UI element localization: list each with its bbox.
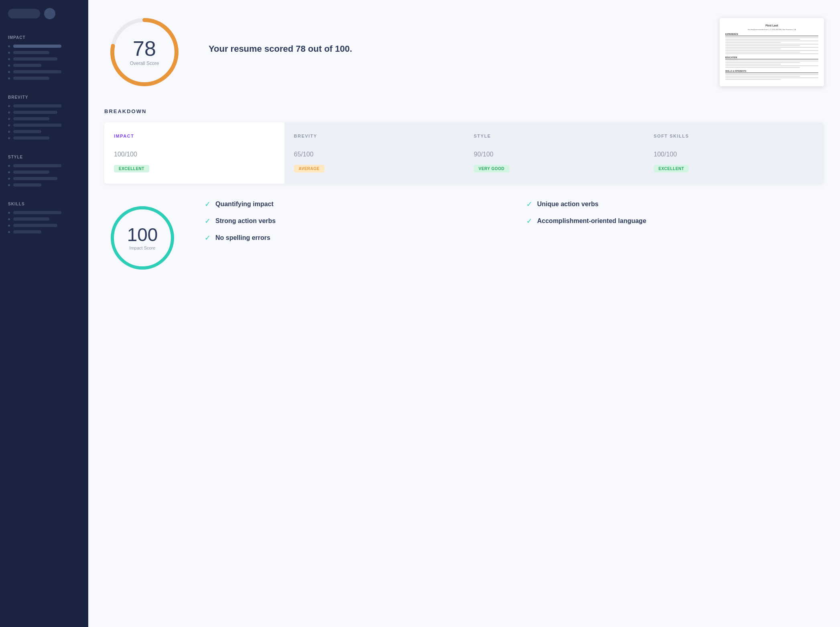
sidebar-item[interactable] [8, 224, 80, 227]
sidebar-dot [8, 52, 10, 54]
sidebar-avatar[interactable] [44, 8, 55, 19]
resume-line [725, 77, 818, 78]
check-item-unique-verbs: ✓ Unique action verbs [526, 200, 824, 209]
sidebar-dot [8, 124, 10, 126]
sidebar-item[interactable] [8, 77, 80, 80]
sidebar-dot [8, 58, 10, 60]
overall-score-label: Overall Score [130, 61, 159, 66]
score-info: Your resume scored 78 out of 100. [209, 44, 696, 61]
resume-line [725, 37, 818, 38]
sidebar-dot [8, 105, 10, 107]
impact-score-label: Impact Score [127, 246, 158, 250]
sidebar-dot [8, 45, 10, 47]
sidebar-item[interactable] [8, 64, 80, 67]
check-icon-spelling: ✓ [205, 233, 211, 242]
sidebar-dot [8, 77, 10, 79]
breakdown-col-title-soft-skills: SOFT SKILLS [654, 134, 815, 138]
sidebar-bar [13, 64, 41, 67]
check-text-unique-verbs: Unique action verbs [537, 201, 599, 208]
sidebar-bar [13, 224, 57, 227]
breakdown-col-style[interactable]: STYLE 90/100 VERY GOOD [464, 122, 644, 184]
breakdown-badge-style: VERY GOOD [474, 165, 509, 172]
check-item-quantifying: ✓ Quantifying impact [205, 200, 502, 209]
sidebar-item[interactable] [8, 130, 80, 133]
breakdown-badge-brevity: AVERAGE [294, 165, 325, 172]
impact-detail-section: 100 Impact Score ✓ Quantifying impact ✓ … [104, 200, 824, 276]
overall-score-circle: 78 Overall Score [104, 12, 185, 92]
breakdown-col-title-style: STYLE [474, 134, 635, 138]
sidebar-item[interactable] [8, 111, 80, 114]
sidebar-section-title-impact: IMPACT [8, 35, 80, 40]
breakdown-col-soft-skills[interactable]: SOFT SKILLS 100/100 EXCELLENT [644, 122, 824, 184]
resume-line [725, 62, 800, 63]
breakdown-col-title-impact: IMPACT [114, 134, 275, 138]
breakdown-score-brevity: 65/100 [294, 145, 455, 160]
sidebar-item[interactable] [8, 211, 80, 214]
breakdown-col-title-brevity: BREVITY [294, 134, 455, 138]
resume-line [725, 44, 818, 45]
sidebar-item[interactable] [8, 136, 80, 140]
impact-checks-grid: ✓ Quantifying impact ✓ Unique action ver… [205, 200, 824, 242]
sidebar-bar [13, 57, 57, 61]
resume-contact: first.last@someemailed.com | +1 (123) 45… [725, 28, 818, 31]
breakdown-score-style: 90/100 [474, 145, 635, 160]
resume-line [725, 52, 800, 53]
sidebar-section-title-style: STYLE [8, 155, 80, 159]
resume-section-education: EDUCATION [725, 56, 818, 59]
resume-preview[interactable]: First Last first.last@someemailed.com | … [720, 18, 824, 86]
sidebar-bar [13, 104, 61, 108]
sidebar-section-title-brevity: BREVITY [8, 95, 80, 99]
resume-line [725, 45, 800, 46]
sidebar-item[interactable] [8, 104, 80, 108]
sidebar-dot [8, 112, 10, 114]
resume-line [725, 41, 818, 41]
breakdown-section: BREAKDOWN IMPACT 100/100 EXCELLENT BREVI… [104, 108, 824, 184]
check-icon-strong-verbs: ✓ [205, 217, 211, 225]
sidebar-bar [13, 77, 49, 80]
sidebar-dot [8, 71, 10, 73]
sidebar-bar [13, 230, 41, 233]
sidebar-item[interactable] [8, 164, 80, 167]
check-icon-accomplishment: ✓ [526, 217, 532, 225]
sidebar-bar [13, 51, 49, 54]
breakdown-score-soft-skills: 100/100 [654, 145, 815, 160]
resume-line [725, 74, 818, 75]
sidebar-item[interactable] [8, 45, 80, 48]
sidebar-item[interactable] [8, 217, 80, 221]
resume-line [725, 65, 818, 66]
resume-line [725, 42, 781, 43]
sidebar-dot [8, 118, 10, 120]
sidebar-dot [8, 178, 10, 180]
resume-line [725, 50, 818, 51]
sidebar-item[interactable] [8, 183, 80, 187]
breakdown-badge-soft-skills: EXCELLENT [654, 165, 689, 172]
sidebar-item[interactable] [8, 230, 80, 233]
sidebar-dot [8, 212, 10, 214]
sidebar-item[interactable] [8, 51, 80, 54]
main-content: 78 Overall Score Your resume scored 78 o… [88, 0, 840, 627]
check-item-accomplishment: ✓ Accomplishment-oriented language [526, 217, 824, 225]
resume-line [725, 49, 781, 49]
score-section: 78 Overall Score Your resume scored 78 o… [104, 12, 824, 92]
breakdown-badge-impact: EXCELLENT [114, 165, 149, 172]
sidebar-bar [13, 211, 61, 214]
sidebar-bar [13, 130, 41, 133]
sidebar-item[interactable] [8, 117, 80, 120]
sidebar-section-title-skills: SKILLS [8, 202, 80, 206]
sidebar-section-brevity: BREVITY [0, 87, 88, 147]
sidebar-item[interactable] [8, 177, 80, 180]
breakdown-col-impact[interactable]: IMPACT 100/100 EXCELLENT [104, 122, 284, 184]
resume-line [725, 47, 818, 48]
sidebar-section-skills: SKILLS [0, 194, 88, 241]
sidebar-bar [13, 70, 61, 73]
sidebar-item[interactable] [8, 124, 80, 127]
sidebar-item[interactable] [8, 170, 80, 174]
check-icon-unique-verbs: ✓ [526, 200, 532, 209]
resume-line [725, 64, 781, 65]
sidebar-section-style: STYLE [0, 147, 88, 194]
breakdown-table: IMPACT 100/100 EXCELLENT BREVITY 65/100 … [104, 122, 824, 184]
check-text-spelling: No spelling errors [215, 234, 270, 241]
sidebar-item[interactable] [8, 57, 80, 61]
sidebar-item[interactable] [8, 70, 80, 73]
breakdown-col-brevity[interactable]: BREVITY 65/100 AVERAGE [284, 122, 465, 184]
